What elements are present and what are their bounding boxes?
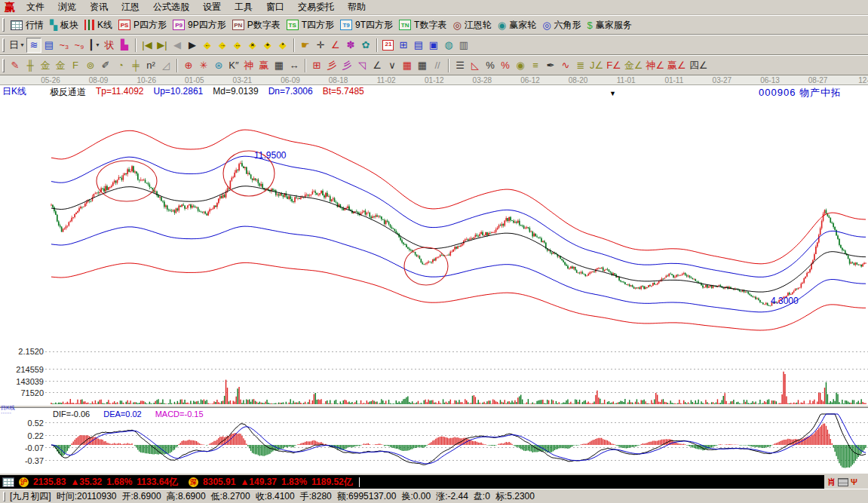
kline-pane-label[interactable]: 日K线 bbox=[2, 85, 26, 98]
tool-spider-web[interactable]: ⊛ bbox=[211, 58, 226, 73]
tool-wave-3[interactable]: ~₃ bbox=[57, 38, 72, 53]
tool-f-angle[interactable]: F∠ bbox=[605, 58, 623, 73]
tool-ying-angle[interactable]: 赢∠ bbox=[666, 58, 688, 73]
tool-wave-fit[interactable]: ∿ bbox=[558, 58, 573, 73]
menu-公式选股[interactable]: 公式选股 bbox=[146, 0, 196, 15]
toolbar-button-9p-square[interactable]: P99P四方形 bbox=[170, 17, 229, 33]
menu-浏览[interactable]: 浏览 bbox=[51, 0, 83, 15]
tool-last-page[interactable]: ▶| bbox=[155, 38, 170, 53]
tool-gold-ratio-a[interactable]: 金 bbox=[38, 58, 53, 73]
tool-si-angle[interactable]: 四∠ bbox=[688, 58, 710, 73]
menu-江恩[interactable]: 江恩 bbox=[115, 0, 146, 15]
tool-mirror-angle[interactable]: ◿ bbox=[158, 58, 173, 73]
tool-shen-tool[interactable]: 神 bbox=[241, 58, 256, 73]
tool-calculator[interactable]: ⊞ bbox=[396, 38, 411, 53]
tool-angle-tool[interactable]: ∠ bbox=[328, 38, 343, 53]
data-drawer-icon[interactable] bbox=[838, 478, 848, 486]
tool-grid-red[interactable]: ▦ bbox=[400, 58, 415, 73]
tool-ink-mark[interactable]: ✒ bbox=[543, 58, 558, 73]
tool-ruler-123[interactable]: ▦ bbox=[271, 58, 287, 73]
tool-chart-window[interactable]: ≋ bbox=[26, 38, 41, 53]
tool-info-panel[interactable]: ▤ bbox=[41, 38, 57, 53]
toolbar-button-t-square[interactable]: TST四方形 bbox=[284, 17, 337, 33]
tool-ying-tool[interactable]: 赢 bbox=[256, 58, 271, 73]
tool-gold-circle[interactable]: ◉ bbox=[513, 58, 528, 73]
tool-color-chart[interactable]: ▙ bbox=[117, 38, 132, 53]
tool-gold-angle[interactable]: 金∠ bbox=[623, 58, 645, 73]
tool-fibonacci[interactable]: F bbox=[68, 58, 83, 73]
tool-hand-tool[interactable]: ☛ bbox=[298, 38, 313, 53]
tool-first-page[interactable]: |◀ bbox=[140, 38, 155, 53]
tool-net-tool[interactable]: ✿ bbox=[358, 38, 373, 53]
tool-prev-page[interactable]: ◀ bbox=[170, 38, 185, 53]
pane-splitter[interactable] bbox=[0, 405, 868, 408]
tool-fan-lines[interactable]: 彡 bbox=[324, 58, 339, 73]
layout-dropdown-icon[interactable]: ▼ bbox=[20, 42, 25, 48]
tool-diamond-plus[interactable]: ◆+ bbox=[260, 38, 275, 53]
toolbar-button-p-square[interactable]: PSP四方形 bbox=[115, 17, 170, 33]
market-table-icon[interactable] bbox=[2, 477, 14, 487]
tool-parallel-lines[interactable]: // bbox=[430, 58, 445, 73]
tool-fan-box[interactable]: ◹ bbox=[354, 58, 370, 73]
tool-save[interactable]: ▣ bbox=[426, 38, 441, 53]
tool-diamond-star[interactable]: ◆* bbox=[275, 38, 290, 53]
tool-percent[interactable]: % bbox=[483, 58, 498, 73]
toolbar-button-hexagon[interactable]: ◎六角形 bbox=[539, 17, 584, 33]
tool-star-wheel[interactable]: ✳ bbox=[196, 58, 211, 73]
tool-k-line-mark[interactable]: K″ bbox=[226, 58, 241, 73]
tool-gold-level[interactable]: ≡ bbox=[528, 58, 543, 73]
toolbar-button-9t-square[interactable]: T99T四方形 bbox=[337, 17, 396, 33]
tool-notes[interactable]: ▤ bbox=[411, 38, 426, 53]
tool-circle-cross[interactable]: ⊕ bbox=[181, 58, 196, 73]
tool-gold-ratio-b[interactable]: 金 bbox=[53, 58, 68, 73]
tool-shen-angle[interactable]: 神∠ bbox=[644, 58, 666, 73]
tool-diamond-left[interactable]: ◆← bbox=[200, 38, 215, 53]
toolbar-button-winner-wheel[interactable]: ◉赢家轮 bbox=[495, 17, 539, 33]
toolbar-button-winner-service[interactable]: $赢家服务 bbox=[584, 17, 634, 33]
toolbar-button-p-number[interactable]: PNP数字表 bbox=[229, 17, 284, 33]
tool-percent-line[interactable]: % bbox=[498, 58, 513, 73]
tool-spiral[interactable]: ⊚ bbox=[83, 58, 98, 73]
tool-pencil-tool[interactable]: ✎ bbox=[8, 58, 23, 73]
toolbar-button-t-number[interactable]: TNT数字表 bbox=[396, 17, 449, 33]
menu-交易委托[interactable]: 交易委托 bbox=[291, 0, 341, 15]
tool-n-square[interactable]: n² bbox=[143, 58, 158, 73]
tool-gold-channel[interactable]: ≣ bbox=[573, 58, 588, 73]
tool-wave-9[interactable]: ~₉ bbox=[72, 38, 87, 53]
tool-pattern-select[interactable]: 状 bbox=[102, 38, 117, 53]
shenzhen-index-icon[interactable]: 深 bbox=[189, 477, 198, 487]
tool-calendar[interactable]: 21 bbox=[381, 38, 396, 53]
tool-print[interactable]: ▥ bbox=[456, 38, 471, 53]
tool-gann-box[interactable]: ⊞ bbox=[309, 58, 324, 73]
tool-gann-comb[interactable]: ╫ bbox=[23, 58, 38, 73]
tool-diamond-x[interactable]: ◆× bbox=[245, 38, 260, 53]
tool-grid-axis[interactable]: ▦ bbox=[415, 58, 430, 73]
tool-percent-zone[interactable]: ◺ bbox=[468, 58, 483, 73]
menu-设置[interactable]: 设置 bbox=[196, 0, 228, 15]
menu-资讯[interactable]: 资讯 bbox=[83, 0, 115, 15]
toolbar-button-kline[interactable]: K线 bbox=[81, 17, 115, 33]
tool-diamond-right[interactable]: ◆→ bbox=[215, 38, 230, 53]
tool-marker-pen[interactable]: ✐ bbox=[98, 58, 113, 73]
menu-工具[interactable]: 工具 bbox=[228, 0, 259, 15]
tool-cross-tool[interactable]: ✛ bbox=[313, 38, 328, 53]
tool-diamond-h[interactable]: ◆↔ bbox=[230, 38, 245, 53]
tool-candle-style[interactable]: ┃▼ bbox=[87, 38, 102, 53]
shanghai-index-icon[interactable]: 沪 bbox=[19, 477, 29, 487]
tool-web-update[interactable]: ◍ bbox=[441, 38, 456, 53]
tool-flower-tool[interactable]: ✽ bbox=[343, 38, 358, 53]
tool-time-cycle[interactable]: ◔ bbox=[113, 58, 128, 73]
menu-文件[interactable]: 文件 bbox=[20, 0, 51, 15]
tool-comb-2[interactable]: ╪ bbox=[128, 58, 143, 73]
menu-帮助[interactable]: 帮助 bbox=[341, 0, 373, 15]
tool-j-angle[interactable]: J∠ bbox=[588, 58, 605, 73]
tool-price-list[interactable]: ☰ bbox=[452, 58, 468, 73]
tool-fan-lines-2[interactable]: 彡 bbox=[339, 58, 354, 73]
tool-trend-angle[interactable]: ∠ bbox=[370, 58, 385, 73]
connection-antenna-icon[interactable]: Ψ bbox=[851, 477, 857, 486]
candle-style-dropdown-icon[interactable]: ▼ bbox=[95, 42, 100, 48]
tool-span-measure[interactable]: ↔ bbox=[287, 58, 302, 73]
toolbar-button-sectors[interactable]: ▚板块 bbox=[47, 17, 81, 33]
tool-zigzag[interactable]: ∨ bbox=[385, 58, 400, 73]
toolbar-button-gann-wheel[interactable]: ◎江恩轮 bbox=[449, 17, 494, 33]
